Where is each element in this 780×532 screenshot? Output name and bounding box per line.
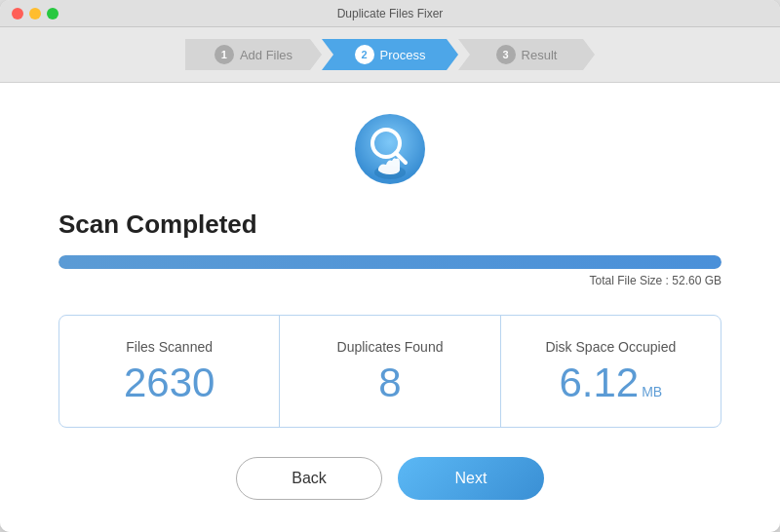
- main-content: Scan Completed Total File Size : 52.60 G…: [0, 83, 780, 532]
- stat-files-scanned-value-wrapper: 2630: [124, 362, 214, 403]
- maximize-button[interactable]: [47, 8, 58, 19]
- progress-container: Total File Size : 52.60 GB: [58, 255, 722, 287]
- stat-files-scanned-label: Files Scanned: [126, 339, 213, 355]
- stat-disk-value-wrapper: 6.12 MB: [559, 362, 662, 403]
- stat-disk-space: Disk Space Occupied 6.12 MB: [501, 316, 721, 427]
- step-2-number: 2: [355, 45, 374, 64]
- stat-disk-label: Disk Space Occupied: [545, 339, 676, 355]
- back-button[interactable]: Back: [236, 457, 382, 500]
- step-3[interactable]: 3 Result: [458, 39, 595, 70]
- stat-duplicates-value: 8: [378, 362, 401, 403]
- stat-disk-unit: MB: [642, 384, 662, 399]
- app-window: Duplicate Files Fixer 1 Add Files 2 Proc…: [0, 0, 780, 532]
- button-row: Back Next: [236, 457, 544, 500]
- window-title: Duplicate Files Fixer: [337, 7, 444, 20]
- step-2-label: Process: [380, 48, 426, 62]
- title-bar: Duplicate Files Fixer: [0, 0, 780, 27]
- step-1-label: Add Files: [240, 48, 292, 62]
- step-1-number: 1: [214, 45, 234, 64]
- step-1[interactable]: 1 Add Files: [185, 39, 322, 70]
- next-button[interactable]: Next: [398, 457, 544, 500]
- stat-duplicates-found: Duplicates Found 8: [280, 316, 500, 427]
- step-3-label: Result: [522, 48, 558, 62]
- app-icon: [351, 112, 429, 190]
- stat-files-scanned-value: 2630: [124, 362, 214, 403]
- stat-duplicates-label: Duplicates Found: [337, 339, 444, 355]
- traffic-lights: [12, 8, 58, 19]
- stat-duplicates-value-wrapper: 8: [378, 362, 401, 403]
- stat-files-scanned: Files Scanned 2630: [59, 316, 280, 427]
- stats-container: Files Scanned 2630 Duplicates Found 8 Di…: [58, 315, 722, 428]
- step-2[interactable]: 2 Process: [322, 39, 458, 70]
- progress-label: Total File Size : 52.60 GB: [58, 274, 722, 287]
- progress-bar-background: [58, 255, 722, 269]
- progress-bar-fill: [58, 255, 722, 269]
- minimize-button[interactable]: [29, 8, 41, 19]
- stat-disk-value: 6.12: [559, 362, 639, 403]
- scan-title: Scan Completed: [58, 209, 722, 240]
- step-navigation: 1 Add Files 2 Process 3 Result: [0, 27, 780, 83]
- step-3-number: 3: [496, 45, 516, 64]
- close-button[interactable]: [12, 8, 23, 19]
